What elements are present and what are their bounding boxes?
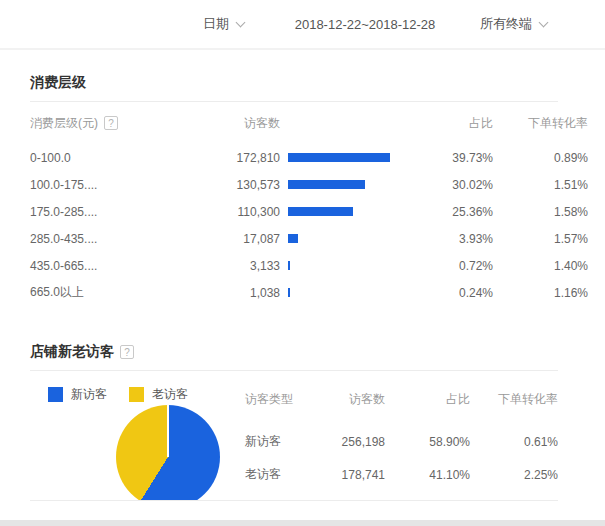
conversion-value: 1.40% — [493, 259, 588, 273]
conversion-value: 1.51% — [493, 178, 588, 192]
conversion-value: 1.58% — [493, 205, 588, 219]
col-conversion-label: 下单转化率 — [493, 115, 588, 132]
legend-item-new: 新访客 — [48, 386, 107, 403]
share-value: 3.93% — [390, 232, 493, 246]
visitor-type: 老访客 — [245, 466, 325, 483]
bar-fill — [288, 180, 365, 189]
consumption-section-header: 消费层级 — [30, 50, 558, 102]
share-value: 39.73% — [390, 151, 493, 165]
chevron-down-icon — [236, 17, 246, 27]
level-label: 285.0-435.... — [30, 232, 190, 246]
visitors-value: 1,038 — [190, 286, 280, 300]
terminal-dropdown[interactable]: 所有终端 — [480, 15, 547, 33]
bottom-scroll-strip — [0, 520, 605, 526]
visitors-table-header: 访客类型 访客数 占比 下单转化率 — [245, 387, 558, 411]
share-value: 25.36% — [390, 205, 493, 219]
table-row: 老访客 178,741 41.10% 2.25% — [245, 458, 558, 491]
pie-chart-area: 新访客 老访客 — [30, 371, 245, 500]
consumption-table-header: 消费层级(元)? 访客数 占比 下单转化率 — [30, 102, 558, 144]
visitor-type: 新访客 — [245, 433, 325, 450]
bar-track — [288, 261, 390, 270]
consumption-table: 消费层级(元)? 访客数 占比 下单转化率 0-100.0 172,810 39… — [30, 102, 558, 320]
bar-fill — [288, 234, 298, 243]
new-old-visitors-pie — [116, 405, 220, 501]
visitors-bar — [280, 234, 390, 243]
conversion-value: 0.61% — [470, 435, 558, 449]
visitors-value: 3,133 — [190, 259, 280, 273]
share-value: 0.72% — [390, 259, 493, 273]
conversion-value: 2.25% — [470, 468, 558, 482]
legend-label: 老访客 — [152, 386, 188, 403]
pie-slice-gap — [167, 405, 169, 457]
pie-legend: 新访客 老访客 — [48, 386, 245, 403]
legend-label: 新访客 — [71, 386, 107, 403]
col-level-label: 消费层级(元)? — [30, 115, 190, 132]
visitors-bar — [280, 180, 390, 189]
new-visitors-swatch-icon — [48, 387, 63, 402]
table-row: 665.0以上 1,038 0.24% 1.16% — [30, 279, 558, 306]
share-value: 41.10% — [385, 468, 470, 482]
consumption-section-title: 消费层级 — [30, 74, 86, 92]
level-label: 100.0-175.... — [30, 178, 190, 192]
visitors-bar — [280, 207, 390, 216]
date-dropdown[interactable]: 日期 — [203, 15, 244, 33]
share-value: 58.90% — [385, 435, 470, 449]
visitors-bar — [280, 261, 390, 270]
share-value: 0.24% — [390, 286, 493, 300]
table-row: 285.0-435.... 17,087 3.93% 1.57% — [30, 225, 558, 252]
bar-fill — [288, 207, 353, 216]
help-icon[interactable]: ? — [104, 116, 118, 130]
col-share-label: 占比 — [385, 391, 470, 408]
visitors-section-header: 店铺新老访客 ? — [30, 320, 558, 371]
bar-track — [288, 234, 390, 243]
visitors-value: 178,741 — [325, 468, 385, 482]
col-type-label: 访客类型 — [245, 391, 325, 408]
table-row: 新访客 256,198 58.90% 0.61% — [245, 425, 558, 458]
table-row: 0-100.0 172,810 39.73% 0.89% — [30, 144, 558, 171]
conversion-value: 1.57% — [493, 232, 588, 246]
level-label: 175.0-285.... — [30, 205, 190, 219]
visitors-value: 256,198 — [325, 435, 385, 449]
bar-fill — [288, 153, 390, 162]
visitors-table: 访客类型 访客数 占比 下单转化率 新访客 256,198 58.90% 0.6… — [245, 371, 558, 500]
visitors-value: 110,300 — [190, 205, 280, 219]
level-label: 665.0以上 — [30, 284, 190, 301]
col-conversion-label: 下单转化率 — [470, 391, 558, 408]
bar-fill — [288, 261, 290, 270]
table-row: 175.0-285.... 110,300 25.36% 1.58% — [30, 198, 558, 225]
old-visitors-swatch-icon — [129, 387, 144, 402]
terminal-dropdown-label: 所有终端 — [480, 15, 532, 33]
share-value: 30.02% — [390, 178, 493, 192]
date-dropdown-label: 日期 — [203, 15, 229, 33]
visitors-section-body: 新访客 老访客 访客类型 访客数 占比 下单转化率 新访客 256,198 — [30, 371, 558, 501]
filter-toolbar: 日期 2018-12-22~2018-12-28 所有终端 — [0, 0, 605, 50]
visitors-value: 172,810 — [190, 151, 280, 165]
table-row: 435.0-665.... 3,133 0.72% 1.40% — [30, 252, 558, 279]
visitors-section-title: 店铺新老访客 — [30, 343, 114, 361]
bar-track — [288, 153, 390, 162]
bar-track — [288, 207, 390, 216]
legend-item-old: 老访客 — [129, 386, 188, 403]
bar-track — [288, 288, 390, 297]
help-icon[interactable]: ? — [120, 345, 134, 359]
conversion-value: 0.89% — [493, 151, 588, 165]
visitors-value: 130,573 — [190, 178, 280, 192]
conversion-value: 1.16% — [493, 286, 588, 300]
level-label: 435.0-665.... — [30, 259, 190, 273]
table-row: 100.0-175.... 130,573 30.02% 1.51% — [30, 171, 558, 198]
col-visitors-label: 访客数 — [325, 391, 385, 408]
col-level-text: 消费层级(元) — [30, 116, 98, 130]
date-range-display[interactable]: 2018-12-22~2018-12-28 — [290, 17, 440, 32]
visitors-bar — [280, 153, 390, 162]
level-label: 0-100.0 — [30, 151, 190, 165]
chevron-down-icon — [539, 17, 549, 27]
bar-fill — [288, 288, 290, 297]
col-visitors-label: 访客数 — [190, 115, 280, 132]
visitors-bar — [280, 288, 390, 297]
visitors-value: 17,087 — [190, 232, 280, 246]
bar-track — [288, 180, 390, 189]
col-share-label: 占比 — [390, 115, 493, 132]
